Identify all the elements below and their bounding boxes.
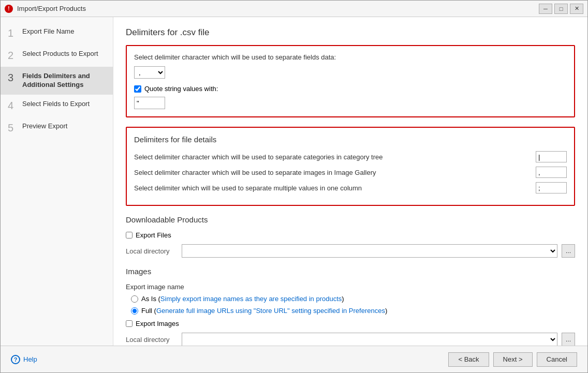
file-details-box: Delimiters for file details Select delim…	[126, 127, 575, 206]
step-num-4: 4	[8, 100, 17, 112]
export-files-label: Export Files	[136, 231, 171, 239]
radio-as-is[interactable]	[131, 295, 138, 303]
file-details-title: Delimiters for file details	[134, 135, 567, 144]
downloadable-section: Downloadable Products Export Files Local…	[126, 215, 575, 258]
downloadable-local-dir-label: Local directory	[126, 247, 178, 255]
sidebar-label-1: Export File Name	[22, 27, 74, 36]
quote-label: Quote string values with:	[144, 85, 218, 93]
multiple-values-delimiter-input[interactable]	[536, 182, 567, 193]
back-button[interactable]: < Back	[448, 352, 489, 367]
export-images-checkbox[interactable]	[126, 320, 133, 327]
category-delimiter-label: Select delimiter character which will be…	[134, 153, 536, 161]
csv-section-title: Delimiters for .csv file	[126, 27, 575, 38]
multiple-values-delimiter-row: Select delimiter which will be used to s…	[134, 182, 567, 193]
images-title: Images	[126, 267, 575, 276]
title-bar: Import/Export Products ─ □ ✕	[1, 1, 587, 17]
sidebar-item-fields-delimiters[interactable]: 3 Fields Delimiters and Additional Setti…	[1, 67, 113, 95]
downloadable-dir-select[interactable]	[182, 245, 557, 257]
sidebar-item-preview-export[interactable]: 5 Preview Export	[1, 117, 113, 139]
quote-checkbox[interactable]	[134, 85, 141, 93]
next-button[interactable]: Next >	[493, 352, 533, 367]
export-files-checkbox[interactable]	[126, 232, 133, 238]
images-dir-dropdown[interactable]	[182, 333, 557, 346]
images-browse-button[interactable]: …	[562, 333, 575, 346]
images-local-dir-row: Local directory …	[126, 333, 575, 346]
export-images-row: Export Images	[126, 320, 575, 327]
sidebar-label-2: Select Products to Export	[22, 50, 98, 58]
help-icon[interactable]: ?	[11, 355, 20, 364]
images-section: Images Export image name As Is (Simply e…	[126, 267, 575, 346]
radio-full-blue-label: Generate full image URLs using "Store UR…	[156, 307, 385, 315]
sidebar-item-export-file-name[interactable]: 1 Export File Name	[1, 22, 113, 44]
downloadable-title: Downloadable Products	[126, 215, 575, 224]
sidebar-item-select-products[interactable]: 2 Select Products to Export	[1, 44, 113, 67]
quote-checkbox-row: Quote string values with:	[134, 85, 567, 93]
radio-as-is-row: As Is (Simply export image names as they…	[126, 295, 575, 303]
minimize-button[interactable]: ─	[539, 4, 552, 14]
cancel-button[interactable]: Cancel	[537, 352, 577, 367]
sidebar: 1 Export File Name 2 Select Products to …	[1, 17, 113, 346]
window-title: Import/Export Products	[17, 5, 86, 12]
sidebar-label-3: Fields Delimiters and Additional Setting…	[22, 72, 106, 89]
close-button[interactable]: ✕	[570, 4, 583, 14]
category-delimiter-input[interactable]	[536, 151, 567, 162]
radio-full-label: Full (Generate full image URLs using "St…	[141, 307, 387, 315]
maximize-button[interactable]: □	[554, 4, 568, 14]
csv-select-row: , ; | Tab	[134, 66, 567, 79]
export-files-row: Export Files	[126, 231, 575, 239]
downloadable-browse-button[interactable]: …	[562, 244, 575, 258]
step-num-1: 1	[8, 27, 17, 39]
downloadable-dir-dropdown[interactable]	[182, 244, 557, 258]
step-num-2: 2	[8, 50, 17, 62]
sidebar-label-5: Preview Export	[22, 122, 67, 131]
csv-delimiter-row: Select delimiter character which will be…	[134, 53, 567, 61]
radio-full[interactable]	[131, 307, 138, 315]
export-images-label: Export Images	[136, 320, 179, 327]
export-image-name-label: Export image name	[126, 283, 575, 291]
main-window: Import/Export Products ─ □ ✕ 1 Export Fi…	[0, 0, 588, 373]
main-content: 1 Export File Name 2 Select Products to …	[1, 17, 587, 346]
sidebar-label-4: Select Fields to Export	[22, 100, 90, 109]
help-link[interactable]: Help	[23, 355, 37, 363]
quote-value-input[interactable]	[134, 97, 165, 109]
radio-full-row: Full (Generate full image URLs using "St…	[126, 307, 575, 315]
sidebar-item-select-fields[interactable]: 4 Select Fields to Export	[1, 95, 113, 117]
footer-left: ? Help	[11, 355, 37, 364]
step-num-5: 5	[8, 122, 17, 134]
images-local-dir-label: Local directory	[126, 336, 178, 344]
radio-as-is-blue-label: Simply export image names as they are sp…	[160, 295, 342, 303]
title-bar-left: Import/Export Products	[5, 5, 86, 13]
images-dir-select[interactable]	[182, 333, 557, 346]
quote-value-row	[134, 97, 567, 109]
radio-as-is-label: As Is (Simply export image names as they…	[141, 295, 344, 303]
category-delimiter-row: Select delimiter character which will be…	[134, 151, 567, 162]
title-controls: ─ □ ✕	[539, 4, 583, 14]
content-area: Delimiters for .csv file Select delimite…	[113, 17, 587, 346]
step-num-3: 3	[8, 72, 17, 84]
app-icon	[5, 5, 13, 13]
csv-delimiter-label: Select delimiter character which will be…	[134, 53, 336, 61]
csv-delimiter-box: Select delimiter character which will be…	[126, 45, 575, 117]
images-delimiter-label: Select delimiter character which will be…	[134, 169, 536, 176]
images-delimiter-row: Select delimiter character which will be…	[134, 167, 567, 178]
footer: ? Help < Back Next > Cancel	[1, 346, 587, 372]
images-delimiter-input[interactable]	[536, 167, 567, 178]
multiple-values-delimiter-label: Select delimiter which will be used to s…	[134, 184, 536, 192]
csv-delimiter-select[interactable]: , ; | Tab	[134, 66, 165, 79]
downloadable-local-dir-row: Local directory …	[126, 244, 575, 258]
footer-right: < Back Next > Cancel	[448, 352, 577, 367]
